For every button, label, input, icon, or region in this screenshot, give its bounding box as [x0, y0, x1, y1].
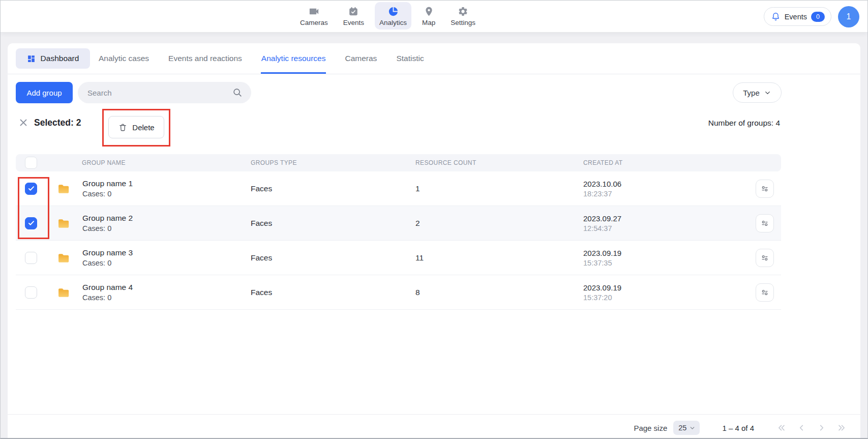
tab-events-and-reactions[interactable]: Events and reactions: [168, 43, 243, 74]
table-body: Group name 1 Cases: 0 Faces 1 2023.10.06…: [16, 171, 781, 310]
header-group-name: GROUP NAME: [48, 159, 251, 166]
add-group-button[interactable]: Add group: [16, 82, 73, 103]
dashboard-label: Dashboard: [41, 54, 79, 63]
analytics-pie-icon: [387, 6, 399, 17]
delete-button-label: Delete: [132, 123, 154, 132]
row-settings-button[interactable]: [756, 249, 774, 267]
close-icon: [18, 118, 29, 128]
pager: [775, 422, 848, 433]
tabs: Analytic cases Events and reactions Anal…: [98, 43, 425, 74]
row-settings-button[interactable]: [756, 283, 774, 302]
nav-item-settings[interactable]: Settings: [446, 2, 480, 30]
table-row[interactable]: Group name 2 Cases: 0 Faces 2 2023.09.27…: [16, 206, 781, 241]
table-row[interactable]: Group name 4 Cases: 0 Faces 8 2023.09.19…: [16, 275, 781, 310]
resource-count: 8: [415, 288, 583, 297]
groups-table: GROUP NAME GROUPS TYPE RESOURCE COUNT CR…: [16, 154, 781, 310]
dashboard-grid-icon: [27, 54, 36, 63]
tab-analytic-cases[interactable]: Analytic cases: [98, 43, 149, 74]
nav-item-cameras[interactable]: Cameras: [295, 2, 333, 30]
resource-count: 1: [415, 184, 583, 193]
selected-count-label: Selected: 2: [34, 118, 81, 128]
last-page-button[interactable]: [836, 422, 848, 433]
nav-label: Events: [343, 19, 364, 26]
group-name: Group name 1: [82, 179, 133, 188]
group-type: Faces: [251, 184, 415, 193]
table-row[interactable]: Group name 1 Cases: 0 Faces 1 2023.10.06…: [16, 171, 781, 206]
delete-button[interactable]: Delete: [108, 116, 164, 138]
tab-analytic-resources[interactable]: Analytic resources: [261, 43, 326, 74]
next-page-icon: [816, 422, 827, 433]
app-window: Cameras Events Analytics Map: [0, 0, 868, 439]
nav-label: Map: [422, 19, 435, 26]
type-filter-label: Type: [743, 89, 760, 97]
group-type: Faces: [251, 253, 415, 262]
check-icon: [27, 219, 35, 227]
select-all-checkbox[interactable]: [25, 157, 37, 169]
chevron-down-icon: [764, 89, 771, 97]
tabs-row: Dashboard Analytic cases Events and reac…: [8, 43, 860, 74]
created-date: 2023.09.19: [583, 283, 720, 292]
check-icon: [27, 185, 35, 192]
prev-page-icon: [796, 422, 807, 433]
search-icon: [232, 87, 243, 98]
group-name: Group name 2: [82, 214, 133, 223]
topbar: Cameras Events Analytics Map: [1, 1, 867, 33]
group-cases: Cases: 0: [82, 259, 133, 267]
events-count-badge: 0: [811, 12, 825, 22]
group-type: Faces: [251, 219, 415, 228]
folder-icon: [56, 285, 71, 300]
footer-divider: [8, 414, 860, 415]
pagination-footer: Page size 25 1 – 4 of 4: [634, 420, 848, 436]
row-settings-button[interactable]: [756, 214, 774, 232]
row-checkbox[interactable]: [25, 286, 37, 299]
topbar-right: Events 0 1: [764, 1, 859, 33]
chevron-down-icon: [689, 425, 696, 431]
table-row[interactable]: Group name 3 Cases: 0 Faces 11 2023.09.1…: [16, 241, 781, 275]
prev-page-button[interactable]: [796, 422, 807, 433]
folder-icon: [56, 251, 71, 265]
group-cases: Cases: 0: [82, 294, 133, 302]
created-time: 15:37:20: [583, 294, 720, 302]
table-header: GROUP NAME GROUPS TYPE RESOURCE COUNT CR…: [16, 154, 781, 171]
number-of-groups-label: Number of groups: 4: [708, 119, 780, 128]
main-nav: Cameras Events Analytics Map: [295, 2, 480, 30]
nav-item-events[interactable]: Events: [339, 2, 369, 30]
nav-item-map[interactable]: Map: [417, 2, 440, 30]
folder-icon: [56, 182, 71, 196]
type-filter-dropdown[interactable]: Type: [733, 82, 782, 103]
tab-statistic[interactable]: Statistic: [396, 43, 424, 74]
clear-selection-button[interactable]: [18, 117, 29, 128]
created-time: 15:37:35: [583, 259, 720, 267]
group-name: Group name 3: [82, 248, 133, 257]
trash-icon: [118, 123, 128, 132]
gear-icon: [457, 6, 469, 17]
events-button[interactable]: Events 0: [764, 7, 831, 26]
sliders-icon: [760, 184, 770, 194]
nav-label: Cameras: [300, 19, 328, 26]
page-size-dropdown[interactable]: 25: [673, 421, 700, 435]
row-settings-button[interactable]: [756, 180, 774, 198]
sliders-icon: [760, 253, 770, 263]
search-input[interactable]: [87, 89, 232, 97]
row-checkbox[interactable]: [25, 217, 37, 229]
last-page-icon: [836, 422, 848, 433]
group-type: Faces: [251, 288, 415, 297]
content-panel: Dashboard Analytic cases Events and reac…: [8, 43, 860, 438]
first-page-button[interactable]: [775, 422, 787, 433]
group-cases: Cases: 0: [82, 224, 133, 232]
page-size-label: Page size: [634, 424, 667, 432]
search-box: [78, 82, 251, 103]
nav-label: Settings: [451, 19, 475, 26]
tab-cameras[interactable]: Cameras: [344, 43, 377, 74]
nav-item-analytics[interactable]: Analytics: [375, 2, 411, 30]
page-range-label: 1 – 4 of 4: [722, 424, 754, 432]
row-checkbox[interactable]: [25, 252, 37, 264]
header-resource-count: RESOURCE COUNT: [415, 159, 583, 166]
next-page-button[interactable]: [816, 422, 827, 433]
header-groups-type: GROUPS TYPE: [251, 159, 415, 166]
avatar[interactable]: 1: [838, 6, 859, 27]
events-icon: [348, 6, 360, 17]
row-checkbox[interactable]: [25, 183, 37, 195]
dashboard-button[interactable]: Dashboard: [16, 48, 90, 69]
created-date: 2023.09.19: [583, 249, 720, 257]
